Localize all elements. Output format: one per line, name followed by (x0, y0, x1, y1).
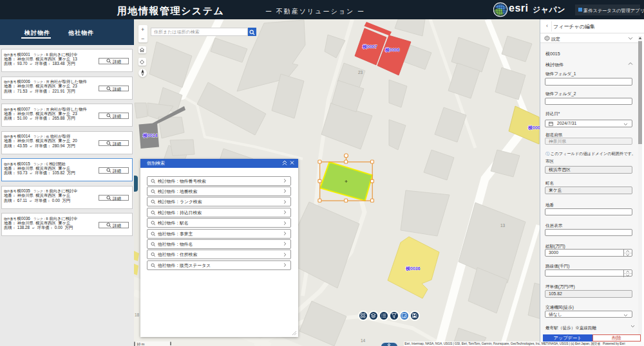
svg-text:横0014: 横0014 (142, 133, 158, 138)
svg-text:14: 14 (361, 338, 366, 343)
svg-text:横0006: 横0006 (384, 48, 400, 53)
svg-text:横0007: 横0007 (362, 44, 377, 50)
svg-text:23: 23 (358, 70, 363, 75)
svg-text:13: 13 (500, 223, 506, 228)
svg-text:18: 18 (135, 313, 140, 317)
svg-text:横000: 横000 (527, 125, 540, 131)
svg-text:横0036: 横0036 (405, 266, 421, 271)
